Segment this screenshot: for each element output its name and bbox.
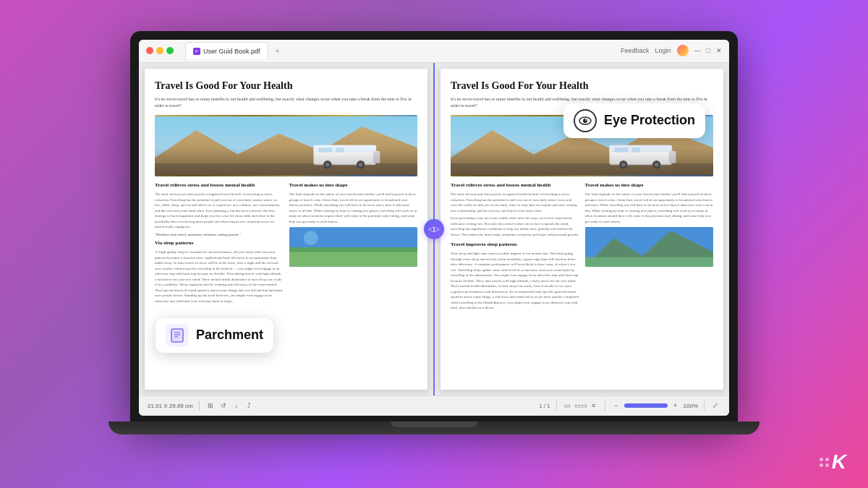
left-col1-body: The most obvious yet often poorly recogn… <box>155 192 284 230</box>
rotate-icon[interactable]: ↺ <box>218 401 229 411</box>
minimize-icon[interactable]: — <box>694 47 701 54</box>
svg-point-24 <box>621 163 626 167</box>
left-col-1: Travel relieves stress and boosts mental… <box>155 182 284 306</box>
eye-protection-label: Eye Protection <box>604 113 695 128</box>
zoom-in-icon[interactable]: + <box>671 401 681 411</box>
feedback-button[interactable]: Feedback <box>621 47 650 54</box>
svg-point-8 <box>326 163 330 167</box>
svg-point-15 <box>303 231 318 246</box>
right-mountain-image <box>585 227 714 267</box>
left-col1-heading: Travel relieves stress and boosts mental… <box>155 182 284 189</box>
single-page-icon[interactable]: ▭ <box>563 401 573 411</box>
toolbar-icons-left: ⊞ ↺ ↓ ⤴ <box>205 401 255 411</box>
laptop-screen-bezel: P User Guid Book.pdf + Feedback Login — … <box>130 31 738 421</box>
eye-icon <box>574 109 597 132</box>
toolbar-separator-2 <box>556 401 557 411</box>
tab-label: User Guid Book.pdf <box>203 48 260 55</box>
share-icon[interactable]: ⤴ <box>244 401 255 411</box>
svg-point-37 <box>583 119 587 123</box>
laptop-screen: P User Guid Book.pdf + Feedback Login — … <box>139 40 729 416</box>
k-logo-dots <box>820 458 829 467</box>
svg-rect-2 <box>155 163 417 175</box>
beach-svg <box>289 227 418 267</box>
k-dot-4 <box>825 463 829 467</box>
left-col-2: Travel makes us into shape The final dep… <box>289 182 418 306</box>
left-col1-sleep-heading: Via sleep patterns <box>155 240 284 247</box>
left-page-columns: Travel relieves stress and boosts mental… <box>155 182 417 306</box>
k-dot-3 <box>820 463 823 467</box>
left-page-hero-image <box>155 115 417 176</box>
svg-rect-4 <box>314 145 376 153</box>
svg-point-7 <box>323 160 331 168</box>
browser-right: Feedback Login — □ ✕ <box>621 45 722 56</box>
page-count: 1 / 1 <box>539 403 550 409</box>
svg-rect-22 <box>631 147 639 153</box>
parchment-badge[interactable]: Parchment <box>156 318 273 353</box>
restore-icon[interactable]: □ <box>707 47 710 54</box>
zoom-out-icon[interactable]: − <box>611 401 621 411</box>
view-mode-icons: ▭ ▭▭ ≡ <box>563 401 599 411</box>
minimize-button[interactable] <box>156 47 163 54</box>
zoom-slider[interactable] <box>624 403 668 408</box>
svg-rect-21 <box>614 147 628 153</box>
svg-rect-5 <box>318 147 332 153</box>
svg-rect-19 <box>610 145 672 165</box>
right-col-1: Travel relieves stress and boosts mental… <box>451 182 579 313</box>
k-dot-1 <box>820 458 823 461</box>
svg-point-23 <box>619 160 627 168</box>
parchment-label: Parchment <box>196 328 263 343</box>
svg-rect-11 <box>373 151 380 163</box>
left-col2-heading: Travel makes us into shape <box>289 182 418 189</box>
toolbar-separator-1 <box>199 401 200 411</box>
right-col1-sleep-heading: Travel improves sleep patterns <box>451 241 579 248</box>
zoom-controls: − + 100% <box>611 401 698 411</box>
svg-point-9 <box>357 160 365 168</box>
right-page-title: Travel Is Good For Your Health <box>451 80 713 93</box>
svg-point-10 <box>359 163 363 167</box>
double-page-icon[interactable]: ▭▭ <box>576 401 586 411</box>
svg-rect-3 <box>314 145 376 165</box>
split-view-toggle[interactable]: ◁▷ <box>424 219 444 239</box>
svg-point-25 <box>652 160 660 168</box>
k-letter: K <box>832 450 846 474</box>
eye-protection-badge[interactable]: Eye Protection <box>563 103 705 138</box>
window-controls <box>146 47 174 54</box>
page-dimensions: 21.01 X 29.69 cm <box>148 403 193 409</box>
fullscreen-icon[interactable]: ⤢ <box>710 401 720 411</box>
close-button[interactable] <box>146 47 153 54</box>
parchment-svg <box>169 328 185 343</box>
right-page-columns: Travel relieves stress and boosts mental… <box>451 182 713 313</box>
right-col1-sleep-body: Your sleep and light trips causes a subt… <box>451 251 579 311</box>
pdf-toolbar: 21.01 X 29.69 cm ⊞ ↺ ↓ ⤴ 1 / 1 ▭ ▭▭ ≡ <box>139 395 729 416</box>
right-col1-extra: Even preventing a trip can create subtle… <box>451 215 579 237</box>
toolbar-separator-4 <box>704 401 705 411</box>
new-tab-button[interactable]: + <box>271 45 284 56</box>
left-col1-quote: "Holidays time travel, normalise solutio… <box>155 232 284 238</box>
left-beach-image <box>289 227 418 267</box>
k-logo: K <box>820 450 846 474</box>
right-col2-body: The final depends on the nature of your … <box>585 192 714 224</box>
page-divider: ◁▷ <box>433 63 435 395</box>
user-avatar[interactable] <box>677 45 689 56</box>
right-col1-heading: Travel relieves stress and boosts mental… <box>451 182 579 189</box>
login-button[interactable]: Login <box>655 47 671 54</box>
scroll-icon[interactable]: ≡ <box>589 401 599 411</box>
browser-tab[interactable]: P User Guid Book.pdf <box>185 42 268 59</box>
svg-rect-6 <box>336 147 344 153</box>
maximize-button[interactable] <box>166 47 174 54</box>
browser-chrome: P User Guid Book.pdf + Feedback Login — … <box>139 40 729 63</box>
svg-rect-31 <box>171 329 183 342</box>
close-icon[interactable]: ✕ <box>716 47 722 54</box>
right-col2-heading: Travel makes us into shape <box>585 182 714 189</box>
thumbnail-icon[interactable]: ⊞ <box>205 401 216 411</box>
mountain-svg <box>585 227 714 267</box>
eye-svg <box>577 113 593 129</box>
parchment-icon <box>166 324 189 347</box>
zoom-level: 100% <box>684 403 698 409</box>
download-icon[interactable]: ↓ <box>231 401 242 411</box>
svg-rect-30 <box>585 257 714 267</box>
left-page-subtitle: It's no secret travel has so many benefi… <box>155 96 417 109</box>
left-page-title: Travel Is Good For Your Health <box>155 80 417 93</box>
svg-rect-20 <box>610 145 672 153</box>
svg-rect-18 <box>451 163 713 175</box>
